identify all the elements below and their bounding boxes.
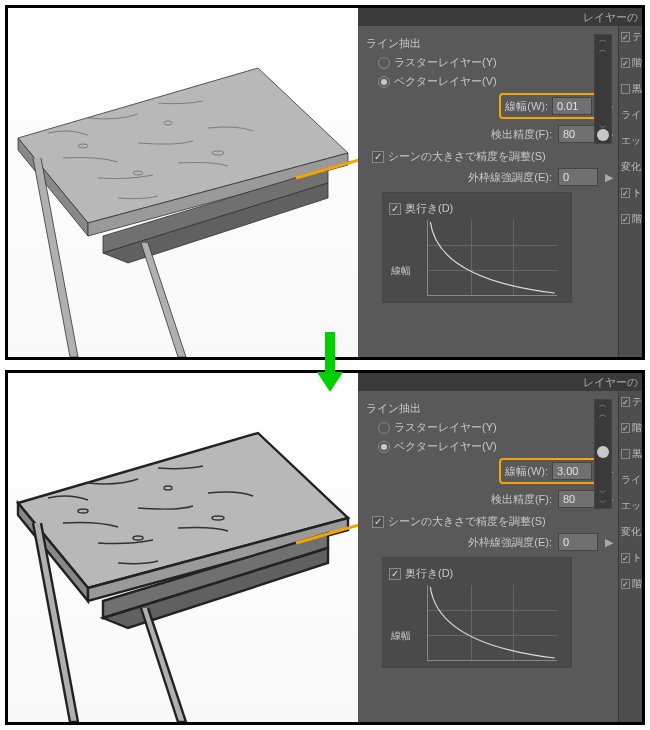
line-width-input[interactable]: 0.01 [552, 97, 592, 115]
scene-size-label: シーンの大きさで精度を調整(S) [388, 514, 546, 529]
desk-drawing-thin [8, 8, 358, 357]
tone-checkbox[interactable]: ✓トー [619, 551, 642, 565]
ejji-label: エッジ [619, 134, 642, 148]
preview-canvas-top [8, 8, 358, 357]
settings-panel-bottom: レイヤーの ライン抽出 ラスターレイヤー(Y) ベクターレイヤー(V) 線幅(W… [358, 373, 642, 722]
line-width-highlight: 線幅(W): 0.01 [499, 93, 598, 119]
checkbox-checked-icon: ✓ [389, 568, 401, 580]
outline-strength-input[interactable]: 0 [558, 168, 598, 186]
outline-strength-label: 外枠線強調度(E): [468, 170, 552, 185]
scene-size-checkbox-row[interactable]: ✓ シーンの大きさで精度を調整(S) [364, 514, 642, 529]
line-width-label: 線幅(W): [505, 464, 548, 479]
radio-icon [378, 76, 390, 88]
line-width-label: 線幅(W): [505, 99, 548, 114]
line-width-input[interactable]: 3.00 [552, 462, 592, 480]
scene-size-checkbox-row[interactable]: ✓ シーンの大きさで精度を調整(S) [364, 149, 642, 164]
panel-titlebar: レイヤーの [358, 8, 642, 26]
desk-drawing-thick [8, 373, 358, 722]
radio-raster-label: ラスターレイヤー(Y) [394, 420, 497, 435]
expand-icon[interactable]: ▶ [604, 171, 614, 184]
kuro-checkbox[interactable]: 黒 [619, 447, 642, 461]
lai-label: ライ [619, 473, 642, 487]
ejji-label: エッジ [619, 499, 642, 513]
depth-label: 奥行き(D) [405, 201, 453, 216]
radio-icon [378, 57, 390, 69]
depth-checkbox-row[interactable]: ✓ 奥行き(D) [389, 201, 565, 216]
vertical-slider[interactable]: ︿︿ ﹀﹀ [594, 399, 612, 509]
checkbox-checked-icon: ✓ [372, 516, 384, 528]
settings-panel-top: レイヤーの ライン抽出 ラスターレイヤー(Y) ベクターレイヤー(V) 線幅(W… [358, 8, 642, 357]
depth-label: 奥行き(D) [405, 566, 453, 581]
depth-checkbox-row[interactable]: ✓ 奥行き(D) [389, 566, 565, 581]
expand-icon[interactable]: ▶ [604, 536, 614, 549]
precision-label: 検出精度(F): [491, 492, 552, 507]
kai2-checkbox[interactable]: ✓階 [619, 577, 642, 591]
outline-strength-label: 外枠線強調度(E): [468, 535, 552, 550]
precision-input[interactable]: 80 [558, 125, 598, 143]
chevron-up-icon: ︿︿ [599, 35, 607, 55]
radio-icon [378, 422, 390, 434]
kai-checkbox[interactable]: ✓階 [619, 56, 642, 70]
tone-checkbox[interactable]: ✓トー [619, 186, 642, 200]
far-right-column: ✓テク ✓階 黒 ライ エッジ 変化 ✓トー ✓階 [618, 391, 642, 722]
depth-subpanel: ✓ 奥行き(D) 線幅 [382, 192, 572, 303]
kai-checkbox[interactable]: ✓階 [619, 421, 642, 435]
texture-checkbox[interactable]: ✓テク [619, 395, 642, 409]
scene-size-label: シーンの大きさで精度を調整(S) [388, 149, 546, 164]
outline-strength-input[interactable]: 0 [558, 533, 598, 551]
chevron-up-icon: ︿︿ [599, 400, 607, 420]
checkbox-checked-icon: ✓ [389, 203, 401, 215]
radio-raster-label: ラスターレイヤー(Y) [394, 55, 497, 70]
checkbox-checked-icon: ✓ [372, 151, 384, 163]
depth-subpanel: ✓ 奥行き(D) 線幅 [382, 557, 572, 668]
chevron-down-icon: ﹀﹀ [599, 488, 607, 508]
henka-label: 変化 [619, 160, 642, 174]
depth-curve-graph[interactable] [427, 220, 557, 296]
line-width-highlight: 線幅(W): 3.00 [499, 458, 598, 484]
lai-label: ライ [619, 108, 642, 122]
texture-checkbox[interactable]: ✓テク [619, 30, 642, 44]
precision-label: 検出精度(F): [491, 127, 552, 142]
kuro-checkbox[interactable]: 黒 [619, 82, 642, 96]
radio-icon [378, 441, 390, 453]
radio-vector-label: ベクターレイヤー(V) [394, 439, 497, 454]
graph-y-label: 線幅 [391, 264, 411, 278]
panel-titlebar: レイヤーの [358, 373, 642, 391]
graph-y-label: 線幅 [391, 629, 411, 643]
radio-vector-label: ベクターレイヤー(V) [394, 74, 497, 89]
precision-input[interactable]: 80 [558, 490, 598, 508]
vertical-slider[interactable]: ︿︿ ﹀﹀ [594, 34, 612, 144]
preview-canvas-bottom [8, 373, 358, 722]
depth-curve-graph[interactable] [427, 585, 557, 661]
kai2-checkbox[interactable]: ✓階 [619, 212, 642, 226]
far-right-column: ✓テク ✓階 黒 ライ エッジ 変化 ✓トー ✓階 [618, 26, 642, 357]
henka-label: 変化 [619, 525, 642, 539]
